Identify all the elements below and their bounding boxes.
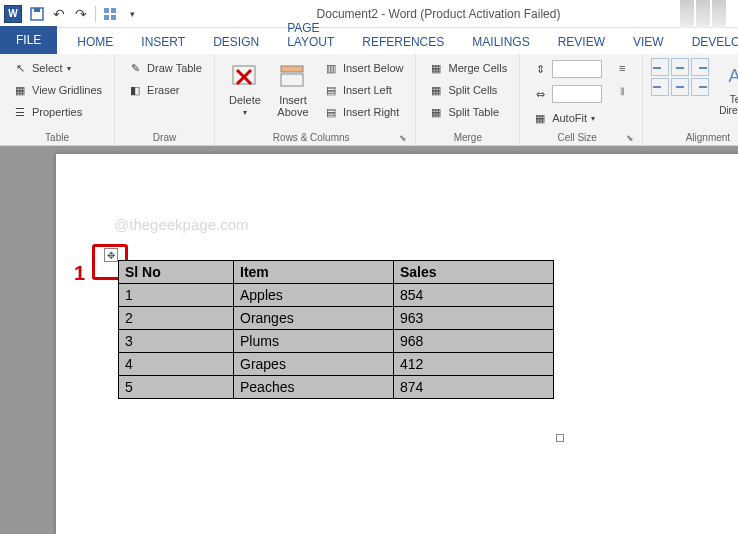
tab-file[interactable]: FILE [0, 26, 57, 54]
eraser-label: Eraser [147, 84, 179, 96]
undo-icon[interactable]: ↶ [48, 3, 70, 25]
cell-sl[interactable]: 5 [119, 376, 234, 399]
align-mid-right-button[interactable] [691, 78, 709, 96]
touch-mode-icon[interactable] [99, 3, 121, 25]
view-gridlines-button[interactable]: ▦View Gridlines [8, 80, 106, 100]
ribbon-group-cell-size: ⇕ ⇔ ▦AutoFit▾ ≡ ⦀ Cell Size⬊ [520, 54, 643, 145]
insert-left-label: Insert Left [343, 84, 392, 96]
svg-rect-3 [111, 8, 116, 13]
qat-separator [95, 6, 96, 22]
split-table-button[interactable]: ▦Split Table [424, 102, 511, 122]
page[interactable]: @thegeekpage.com 1 ✥ Sl No Item Sales 1 … [56, 154, 738, 534]
text-direction-icon: A↕ [723, 60, 738, 92]
group-label-merge: Merge [424, 130, 511, 143]
table-row[interactable]: 4 Grapes 412 [119, 353, 554, 376]
cell-item[interactable]: Apples [234, 284, 394, 307]
select-button[interactable]: ↖Select▾ [8, 58, 106, 78]
table-header-row: Sl No Item Sales [119, 261, 554, 284]
ribbon-group-draw: ✎Draw Table ◧Eraser Draw [115, 54, 215, 145]
cell-item[interactable]: Oranges [234, 307, 394, 330]
cell-sales[interactable]: 968 [394, 330, 554, 353]
properties-button[interactable]: ☰Properties [8, 102, 106, 122]
eraser-button[interactable]: ◧Eraser [123, 80, 206, 100]
svg-rect-5 [111, 15, 116, 20]
table-row[interactable]: 1 Apples 854 [119, 284, 554, 307]
cell-sales[interactable]: 963 [394, 307, 554, 330]
tab-references[interactable]: REFERENCES [348, 30, 458, 54]
tab-insert[interactable]: INSERT [127, 30, 199, 54]
cell-item[interactable]: Plums [234, 330, 394, 353]
align-top-center-button[interactable] [671, 58, 689, 76]
table-resize-handle[interactable] [556, 434, 564, 442]
tab-view[interactable]: VIEW [619, 30, 678, 54]
draw-table-button[interactable]: ✎Draw Table [123, 58, 206, 78]
cell-item[interactable]: Peaches [234, 376, 394, 399]
ribbon: ↖Select▾ ▦View Gridlines ☰Properties Tab… [0, 54, 738, 146]
cell-sl[interactable]: 2 [119, 307, 234, 330]
split-cells-button[interactable]: ▦Split Cells [424, 80, 511, 100]
eraser-icon: ◧ [127, 82, 143, 98]
align-mid-left-button[interactable] [651, 78, 669, 96]
document-area: @thegeekpage.com 1 ✥ Sl No Item Sales 1 … [0, 146, 738, 534]
cell-size-dialog-launcher-icon[interactable]: ⬊ [626, 133, 634, 143]
split-cells-label: Split Cells [448, 84, 497, 96]
text-direction-button[interactable]: A↕ Text Direction [713, 58, 738, 118]
col-width-input[interactable]: ⇔ [528, 83, 606, 105]
table-row[interactable]: 2 Oranges 963 [119, 307, 554, 330]
delete-table-icon [229, 60, 261, 92]
tab-developer[interactable]: DEVELOPER [678, 30, 738, 54]
insert-right-button[interactable]: ▤Insert Right [319, 102, 408, 122]
header-item[interactable]: Item [234, 261, 394, 284]
tab-review[interactable]: REVIEW [544, 30, 619, 54]
autofit-icon: ▦ [532, 110, 548, 126]
table-row[interactable]: 5 Peaches 874 [119, 376, 554, 399]
table-move-handle[interactable]: ✥ [104, 248, 118, 262]
cell-sl[interactable]: 1 [119, 284, 234, 307]
group-label-draw: Draw [123, 130, 206, 143]
delete-button[interactable]: Delete▾ [223, 58, 267, 119]
cell-sl[interactable]: 3 [119, 330, 234, 353]
gridlines-icon: ▦ [12, 82, 28, 98]
align-top-right-button[interactable] [691, 58, 709, 76]
distribute-cols-button[interactable]: ⦀ [610, 81, 634, 101]
table-row[interactable]: 3 Plums 968 [119, 330, 554, 353]
decorative-bars [678, 0, 738, 28]
align-top-left-button[interactable] [651, 58, 669, 76]
callout-number: 1 [74, 262, 85, 285]
data-table[interactable]: Sl No Item Sales 1 Apples 854 2 Oranges … [118, 260, 554, 399]
align-mid-center-button[interactable] [671, 78, 689, 96]
autofit-button[interactable]: ▦AutoFit▾ [528, 108, 606, 128]
insert-above-button[interactable]: Insert Above [271, 58, 315, 120]
cell-sales[interactable]: 874 [394, 376, 554, 399]
customize-qat-icon[interactable]: ▾ [121, 3, 143, 25]
insert-below-icon: ▥ [323, 60, 339, 76]
cell-sales[interactable]: 854 [394, 284, 554, 307]
ribbon-group-rows-columns: Delete▾ Insert Above ▥Insert Below ▤Inse… [215, 54, 417, 145]
tab-page-layout[interactable]: PAGE LAYOUT [273, 16, 348, 54]
ribbon-group-table: ↖Select▾ ▦View Gridlines ☰Properties Tab… [0, 54, 115, 145]
row-height-input[interactable]: ⇕ [528, 58, 606, 80]
tab-home[interactable]: HOME [63, 30, 127, 54]
header-sl-no[interactable]: Sl No [119, 261, 234, 284]
insert-below-button[interactable]: ▥Insert Below [319, 58, 408, 78]
cell-sales[interactable]: 412 [394, 353, 554, 376]
merge-cells-button[interactable]: ▦Merge Cells [424, 58, 511, 78]
cell-item[interactable]: Grapes [234, 353, 394, 376]
header-sales[interactable]: Sales [394, 261, 554, 284]
ribbon-group-alignment: A↕ Text Direction Alignment [643, 54, 738, 145]
pencil-table-icon: ✎ [127, 60, 143, 76]
split-cells-icon: ▦ [428, 82, 444, 98]
distribute-rows-button[interactable]: ≡ [610, 58, 634, 78]
split-table-label: Split Table [448, 106, 499, 118]
rows-cols-dialog-launcher-icon[interactable]: ⬊ [399, 133, 407, 143]
save-icon[interactable] [26, 3, 48, 25]
word-app-icon: W [4, 5, 22, 23]
insert-left-button[interactable]: ▤Insert Left [319, 80, 408, 100]
svg-rect-2 [104, 8, 109, 13]
redo-icon[interactable]: ↷ [70, 3, 92, 25]
group-label-alignment: Alignment [651, 130, 738, 143]
merge-cells-label: Merge Cells [448, 62, 507, 74]
cell-sl[interactable]: 4 [119, 353, 234, 376]
tab-design[interactable]: DESIGN [199, 30, 273, 54]
tab-mailings[interactable]: MAILINGS [458, 30, 543, 54]
